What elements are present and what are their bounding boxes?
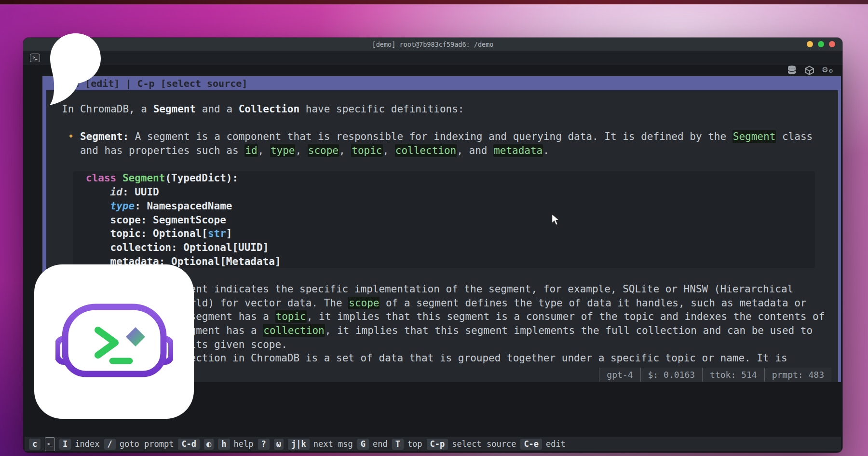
message-line: type: NamespacedName — [86, 199, 815, 213]
app-terminal-icon[interactable]: >_ — [30, 54, 40, 62]
key-label: next msg — [313, 439, 353, 449]
toolbar-icons: ⚙ ⚙ — [787, 65, 837, 76]
message-line: In ChromaDB, a Segment and a Collection … — [62, 102, 838, 116]
white-blob-overlay — [49, 33, 102, 106]
wallpaper-top-strip — [0, 0, 868, 4]
key-badge[interactable]: j|k — [288, 439, 310, 450]
key-badge[interactable]: I — [59, 439, 71, 450]
code-block: class Segment(TypedDict): id: UUID type:… — [73, 171, 815, 268]
window-title: [demo] root@7b983cf59ad6: /demo — [372, 41, 494, 48]
key-badge[interactable]: ? — [258, 439, 270, 450]
status-item: $: 0.0163 — [641, 368, 703, 382]
message-line: • Segment: A segment is a component that… — [62, 130, 838, 144]
message-line: metadata: Optional[Metadata] — [86, 255, 815, 269]
key-label: index — [75, 439, 99, 449]
key-badge[interactable]: T — [392, 439, 404, 450]
status-item: gpt-4 — [599, 368, 640, 382]
package-icon[interactable] — [804, 65, 814, 76]
traffic-lights — [807, 41, 835, 47]
lips-icon[interactable]: ω — [274, 439, 284, 450]
status-item: prmpt: 483 — [765, 368, 831, 382]
window-titlebar[interactable]: [demo] root@7b983cf59ad6: /demo — [23, 38, 842, 51]
key-label: help — [234, 439, 254, 449]
zoom-button[interactable] — [818, 41, 824, 47]
window-toolbar: >_ ⚙ ⚙ — [23, 51, 842, 65]
status-item: ttok: 514 — [703, 368, 765, 382]
model-status-bar: gpt-4$: 0.0163ttok: 514prmpt: 483 — [599, 368, 831, 382]
key-badge[interactable]: h — [218, 439, 230, 450]
message-line: scope: SegmentScope — [86, 213, 815, 227]
message-line: id: UUID — [86, 185, 815, 199]
key-badge[interactable]: G — [357, 439, 369, 450]
desktop: [demo] root@7b983cf59ad6: /demo >_ ⚙ ⚙ — [0, 0, 868, 456]
footer-keybindings: c>_Iindex/goto promptC-d◐hhelp?ωj|knext … — [25, 437, 841, 451]
message-line: topic: Optional[str] — [86, 227, 815, 241]
message-line: and has properties such as id, type, sco… — [62, 144, 838, 158]
close-button[interactable] — [829, 41, 835, 47]
key-badge[interactable]: C-p — [427, 439, 448, 450]
message-line: collection: Optional[UUID] — [86, 241, 815, 255]
mouse-cursor — [550, 213, 561, 226]
key-label: select source — [452, 439, 516, 449]
key-label: goto prompt — [120, 439, 174, 449]
minimize-button[interactable] — [807, 41, 813, 47]
database-icon[interactable] — [787, 65, 797, 76]
robot-logo-card — [34, 264, 194, 419]
key-badge[interactable]: C-d — [178, 439, 200, 450]
key-label: edit — [546, 439, 566, 449]
half-circle-icon[interactable]: ◐ — [204, 439, 214, 450]
robot-terminal-logo-icon — [55, 300, 173, 383]
gears-icon[interactable]: ⚙ ⚙ — [822, 65, 837, 76]
key-label: top — [407, 439, 422, 449]
key-badge[interactable]: C-e — [520, 439, 542, 450]
key-badge[interactable]: / — [104, 439, 116, 450]
key-label: end — [373, 439, 388, 449]
message-line: class Segment(TypedDict): — [86, 171, 815, 185]
message-header[interactable]: C-e [edit] | C-p [select source] — [42, 76, 841, 90]
terminal-icon[interactable]: >_ — [45, 437, 55, 451]
key-badge[interactable]: c — [29, 439, 41, 450]
